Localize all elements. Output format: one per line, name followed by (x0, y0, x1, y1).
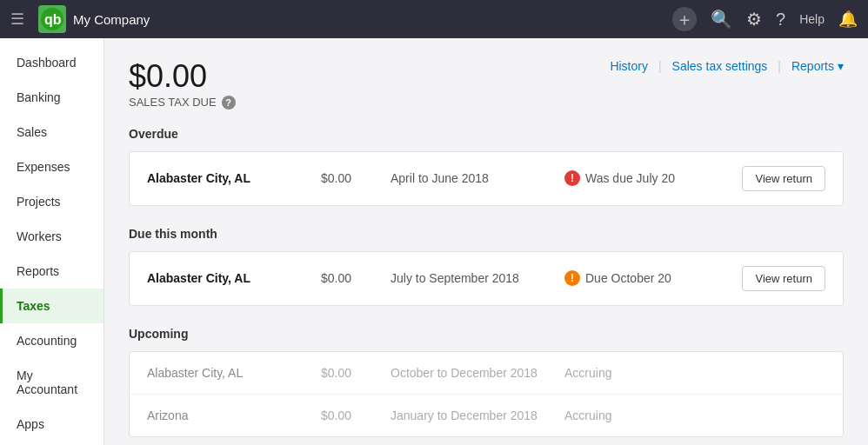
row-status: Accruing (564, 366, 721, 380)
sidebar-item-apps[interactable]: Apps (0, 407, 103, 442)
row-action: View return (721, 266, 825, 291)
sidebar: Dashboard Banking Sales Expenses Project… (0, 38, 104, 445)
reports-chevron-icon: ▾ (838, 59, 844, 73)
table-row: Alabaster City, AL $0.00 April to June 2… (130, 152, 843, 205)
sidebar-item-accounting[interactable]: Accounting (0, 323, 103, 358)
due-this-month-table: Alabaster City, AL $0.00 July to Septemb… (129, 251, 844, 306)
company-name: My Company (73, 12, 150, 27)
sales-tax-help-icon[interactable]: ? (222, 96, 236, 110)
sidebar-item-my-accountant[interactable]: My Accountant (0, 358, 103, 407)
row-period: April to June 2018 (391, 171, 564, 185)
logo-area: qb My Company (38, 5, 150, 33)
reports-dropdown[interactable]: Reports ▾ (791, 59, 844, 73)
sales-tax-settings-link[interactable]: Sales tax settings (672, 59, 768, 73)
sales-tax-amount: $0.00 (129, 59, 236, 94)
main-content: $0.00 SALES TAX DUE ? History | Sales ta… (104, 38, 868, 445)
row-name: Alabaster City, AL (147, 366, 321, 380)
overdue-status-icon: ! (564, 170, 580, 186)
row-name: Alabaster City, AL (147, 271, 321, 285)
hamburger-icon[interactable]: ☰ (10, 10, 24, 29)
header-right: History | Sales tax settings | Reports ▾ (610, 59, 844, 73)
accruing-status-text-1: Accruing (564, 366, 611, 380)
divider-1: | (658, 59, 662, 73)
sidebar-item-reports[interactable]: Reports (0, 254, 103, 289)
accruing-status-text-2: Accruing (564, 408, 611, 422)
sidebar-item-expenses[interactable]: Expenses (0, 149, 103, 184)
sidebar-item-workers[interactable]: Workers (0, 219, 103, 254)
table-row: Alabaster City, AL $0.00 October to Dece… (130, 352, 843, 395)
page-header: $0.00 SALES TAX DUE ? History | Sales ta… (129, 59, 844, 110)
overdue-table: Alabaster City, AL $0.00 April to June 2… (129, 151, 844, 206)
add-button[interactable]: ＋ (672, 7, 697, 31)
row-name: Arizona (147, 408, 321, 422)
history-link[interactable]: History (610, 59, 648, 73)
row-name: Alabaster City, AL (147, 171, 321, 185)
help-question-button[interactable]: ? (776, 10, 785, 30)
sidebar-item-projects[interactable]: Projects (0, 184, 103, 219)
quickbooks-logo: qb (38, 5, 66, 33)
row-amount: $0.00 (321, 366, 391, 380)
row-period: July to September 2018 (391, 271, 564, 285)
row-action: View return (721, 166, 825, 191)
table-row: Alabaster City, AL $0.00 July to Septemb… (130, 252, 843, 305)
row-status: ! Was due July 20 (564, 170, 721, 186)
header-left: $0.00 SALES TAX DUE ? (129, 59, 236, 110)
row-status: Accruing (564, 408, 721, 422)
sidebar-item-sales[interactable]: Sales (0, 115, 103, 149)
sidebar-item-taxes[interactable]: Taxes (0, 289, 103, 323)
row-period: October to December 2018 (391, 366, 564, 380)
upcoming-table: Alabaster City, AL $0.00 October to Dece… (129, 351, 844, 437)
due-status-icon: ! (564, 270, 580, 286)
nav-icons: ＋ 🔍 ⚙ ? Help 🔔 (672, 7, 858, 31)
settings-button[interactable]: ⚙ (746, 9, 762, 30)
help-label[interactable]: Help (799, 12, 825, 26)
search-button[interactable]: 🔍 (711, 9, 732, 30)
svg-text:qb: qb (44, 12, 62, 27)
app-body: Dashboard Banking Sales Expenses Project… (0, 38, 868, 445)
sidebar-item-banking[interactable]: Banking (0, 80, 103, 115)
row-amount: $0.00 (321, 408, 391, 422)
overdue-status-text: Was due July 20 (585, 171, 675, 185)
view-return-button-overdue[interactable]: View return (742, 166, 825, 191)
row-amount: $0.00 (321, 171, 391, 185)
divider-2: | (778, 59, 781, 73)
sidebar-item-dashboard[interactable]: Dashboard (0, 45, 103, 80)
due-this-month-section-title: Due this month (129, 227, 844, 241)
view-return-button-due[interactable]: View return (742, 266, 825, 291)
row-period: January to December 2018 (391, 408, 564, 422)
notifications-bell-icon[interactable]: 🔔 (838, 10, 858, 29)
row-status: ! Due October 20 (564, 270, 721, 286)
sales-tax-label: SALES TAX DUE ? (129, 96, 236, 110)
upcoming-section-title: Upcoming (129, 327, 844, 341)
top-navigation: ☰ qb My Company ＋ 🔍 ⚙ ? Help 🔔 (0, 0, 868, 38)
overdue-section-title: Overdue (129, 127, 844, 141)
table-row: Arizona $0.00 January to December 2018 A… (130, 395, 843, 436)
due-status-text: Due October 20 (585, 271, 671, 285)
row-amount: $0.00 (321, 271, 391, 285)
